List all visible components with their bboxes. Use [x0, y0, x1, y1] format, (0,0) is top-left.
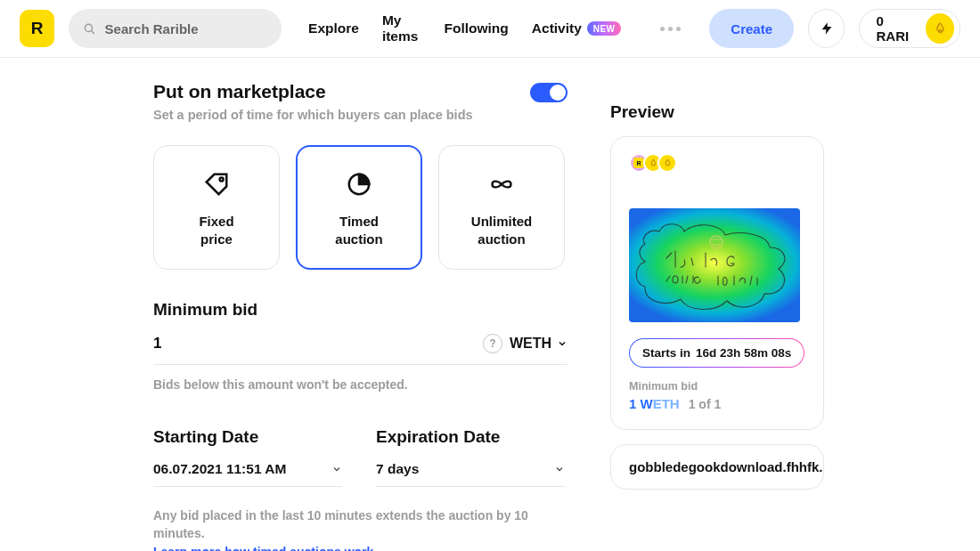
option-fixed-price-label: Fixed price — [199, 213, 233, 249]
search-box[interactable] — [69, 9, 282, 48]
start-date-value: 06.07.2021 11:51 AM — [153, 461, 286, 477]
clock-icon — [346, 171, 372, 198]
lightning-icon — [820, 20, 834, 37]
min-bid-input[interactable] — [153, 335, 296, 352]
marketplace-toggle[interactable] — [530, 83, 568, 102]
start-date-label: Starting Date — [153, 427, 342, 447]
svg-point-2 — [220, 177, 224, 181]
avatar-stack: R — [629, 153, 805, 173]
chevron-down-icon — [554, 464, 565, 474]
balance-pill[interactable]: 0 RARI — [859, 9, 960, 48]
search-input[interactable] — [105, 21, 267, 36]
nav-activity-label: Activity — [532, 20, 582, 36]
min-bid-title: Minimum bid — [153, 300, 568, 320]
preview-title: Preview — [610, 102, 927, 122]
svg-point-0 — [86, 24, 93, 31]
option-unlimited-auction-label: Unlimited auction — [471, 213, 532, 249]
min-bid-hint: Bids below this amount won't be accepted… — [153, 377, 568, 392]
marketplace-title: Put on marketplace — [153, 81, 473, 102]
more-menu[interactable] — [660, 27, 681, 31]
toggle-knob — [550, 85, 566, 101]
svg-line-1 — [92, 31, 94, 34]
new-badge: NEW — [587, 21, 622, 36]
chevron-down-icon — [557, 338, 568, 349]
expiration-date-label: Expiration Date — [376, 427, 565, 447]
preview-min-bid-label: Minimum bid — [629, 380, 805, 393]
learn-more-link[interactable]: Learn more how timed auctions work — [153, 545, 373, 551]
link-card[interactable]: gobbledegookdownload.fhhfk.c — [610, 444, 824, 490]
extend-note: Any bid placed in the last 10 minutes ex… — [153, 506, 568, 543]
preview-edition: 1 of 1 — [689, 397, 722, 411]
help-icon[interactable]: ? — [483, 334, 502, 353]
option-unlimited-auction[interactable]: Unlimited auction — [438, 145, 565, 270]
currency-select[interactable]: WETH — [510, 336, 568, 352]
option-timed-auction[interactable]: Timed auction — [296, 145, 422, 270]
svg-point-4 — [710, 236, 723, 248]
infinity-icon — [486, 174, 518, 195]
nav-my-items[interactable]: My items — [382, 12, 421, 45]
countdown-label: Starts in — [642, 346, 690, 360]
token-icon — [926, 13, 954, 44]
avatar — [657, 153, 677, 173]
countdown-value: 16d 23h 58m 08s — [696, 346, 791, 360]
currency-label: WETH — [510, 336, 551, 352]
marketplace-subtitle: Set a period of time for which buyers ca… — [153, 108, 473, 122]
nav-activity[interactable]: Activity NEW — [532, 20, 622, 36]
preview-card: R Starts in 16d 23h 58 — [610, 136, 824, 430]
nav: Explore My items Following Activity NEW — [308, 12, 621, 45]
header: R Explore My items Following Activity NE… — [0, 0, 980, 58]
price-tag-icon — [203, 171, 230, 198]
expiration-date-select[interactable]: 7 days — [376, 447, 565, 487]
create-button[interactable]: Create — [709, 9, 794, 48]
countdown-pill: Starts in 16d 23h 58m 08s — [629, 338, 804, 368]
option-timed-auction-label: Timed auction — [335, 213, 382, 249]
logo[interactable]: R — [20, 10, 54, 47]
chevron-down-icon — [331, 464, 342, 474]
nav-following[interactable]: Following — [444, 20, 508, 36]
start-date-select[interactable]: 06.07.2021 11:51 AM — [153, 447, 342, 487]
notifications-button[interactable] — [808, 9, 845, 48]
balance-text: 0 RARI — [876, 13, 917, 44]
nft-preview-image — [629, 208, 800, 322]
search-icon — [83, 21, 95, 36]
option-fixed-price[interactable]: Fixed price — [153, 145, 280, 270]
preview-min-bid-value: 1 WETH — [629, 396, 680, 411]
expiration-date-value: 7 days — [376, 461, 419, 477]
nav-explore[interactable]: Explore — [308, 20, 359, 36]
